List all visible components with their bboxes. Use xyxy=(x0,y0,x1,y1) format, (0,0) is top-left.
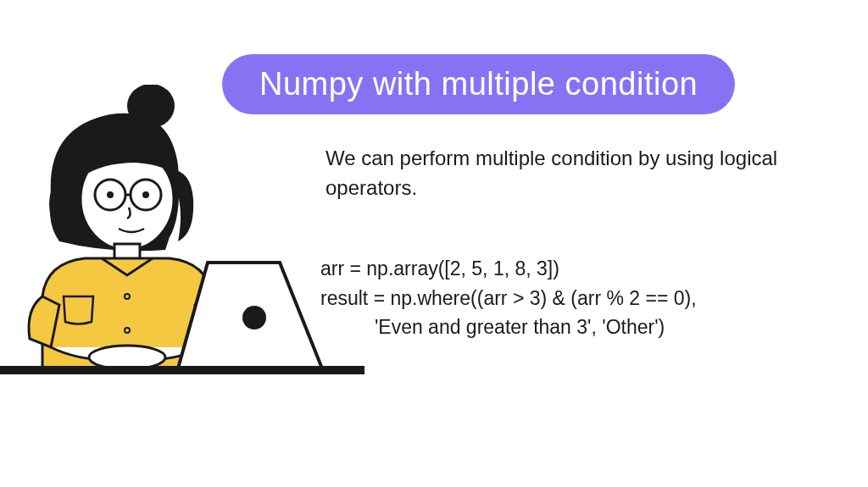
svg-point-6 xyxy=(142,191,149,198)
svg-point-5 xyxy=(107,191,114,198)
code-line-3: 'Even and greater than 3', 'Other') xyxy=(320,316,665,338)
slide-title: Numpy with multiple condition xyxy=(222,54,735,114)
svg-point-11 xyxy=(242,306,266,329)
desk-line xyxy=(0,366,364,374)
code-example: arr = np.array([2, 5, 1, 8, 3]) result =… xyxy=(320,254,697,342)
slide-container: Numpy with multiple condition We can per… xyxy=(0,0,868,487)
person-laptop-illustration xyxy=(0,85,364,449)
code-line-2: result = np.where((arr > 3) & (arr % 2 =… xyxy=(320,287,697,309)
code-line-1: arr = np.array([2, 5, 1, 8, 3]) xyxy=(320,257,559,279)
slide-description: We can perform multiple condition by usi… xyxy=(326,144,783,203)
